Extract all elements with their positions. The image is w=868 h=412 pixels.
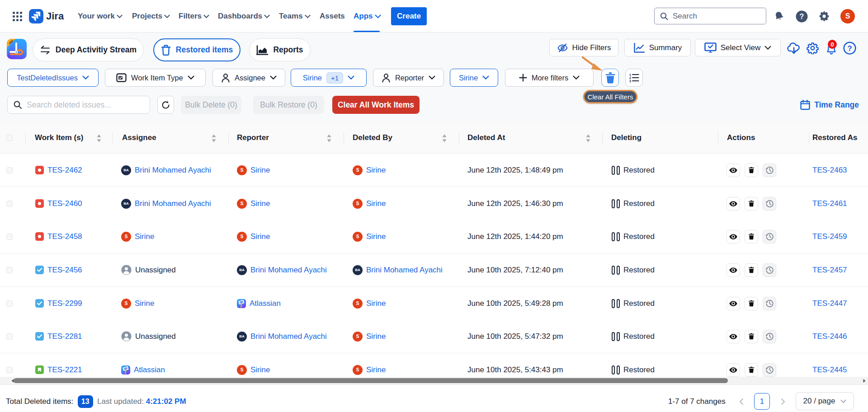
svg-text:?: ? xyxy=(847,44,852,52)
svg-text:?: ? xyxy=(800,13,804,20)
svg-text:3: 3 xyxy=(629,80,631,83)
svg-text:1: 1 xyxy=(629,73,631,76)
svg-text:2: 2 xyxy=(629,76,631,80)
